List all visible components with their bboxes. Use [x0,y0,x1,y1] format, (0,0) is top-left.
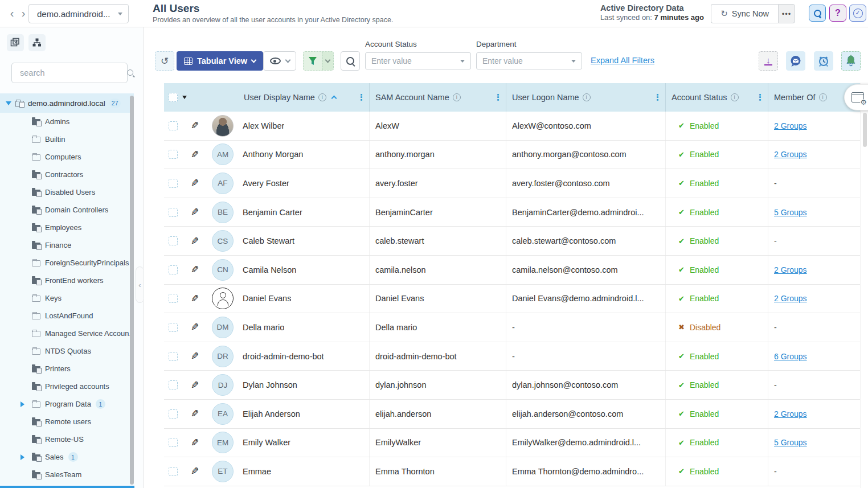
row-checkbox[interactable] [169,352,178,361]
table-scrollbar[interactable] [863,113,867,147]
expand-arrow-icon[interactable] [21,401,24,407]
sidebar-tree-item[interactable]: Sandbox 1 [0,483,134,485]
member-of-link[interactable]: 2 Groups [774,265,807,274]
row-checkbox[interactable] [169,323,178,332]
sidebar-horizontal-scrollbar[interactable] [0,486,134,488]
sidebar-tree-item[interactable]: LostAndFound [0,307,134,325]
edit-pencil-icon[interactable]: ✎ [189,437,200,449]
sidebar-tree-item[interactable]: Remote users [0,413,134,430]
header-user-logon-name[interactable]: User Logon Name i ⋮ [506,83,665,112]
edit-pencil-icon[interactable]: ✎ [189,177,200,189]
edit-pencil-icon[interactable]: ✎ [189,465,200,477]
row-checkbox[interactable] [169,121,178,130]
select-all-checkbox[interactable] [169,93,178,102]
sidebar-tree-item[interactable]: Contractors [0,166,134,183]
row-checkbox[interactable] [169,208,178,217]
edit-pencil-icon[interactable]: ✎ [189,206,200,218]
member-of-link[interactable]: 2 Groups [774,121,807,130]
sidebar-tree-item[interactable]: Computers [0,148,134,166]
org-tree-button[interactable] [28,34,46,51]
header-sam-account-name[interactable]: SAM Account Name i ⋮ [369,83,506,112]
member-of-link[interactable]: 5 Groups [774,208,807,217]
filter-select-account-status[interactable]: Enter value [365,52,471,69]
row-checkbox[interactable] [169,150,178,159]
table-row[interactable]: ✎ CS Caleb Stewart caleb.stewart caleb.s… [164,227,860,256]
quick-search-button[interactable] [341,51,360,71]
member-of-link[interactable]: 2 Groups [774,294,807,303]
sort-ascending-icon[interactable] [331,96,337,101]
sidebar-tree-item[interactable]: ForeignSecurityPrincipals [0,254,134,272]
edit-pencil-icon[interactable]: ✎ [189,149,200,161]
tree-root-domain[interactable]: demo.admindroid.local 27 [0,93,134,113]
alerts-button[interactable] [841,51,861,71]
sidebar-tree-item[interactable]: Admins [0,113,134,130]
row-checkbox[interactable] [169,467,178,476]
row-checkbox[interactable] [169,294,178,303]
table-row[interactable]: ✎ AF Avery Foster avery.foster avery.fos… [164,169,860,198]
sync-now-button[interactable]: ↻ Sync Now [711,4,778,23]
row-checkbox[interactable] [169,265,178,274]
column-menu-icon[interactable]: ⋮ [653,92,662,102]
view-mode-button[interactable]: Tabular View [177,51,263,71]
sidebar-tree-item[interactable]: Disabled Users [0,183,134,201]
header-user-display-name[interactable]: User Display Name i ⋮ [164,83,369,112]
table-row[interactable]: ✎ DR droid-admin-demo-bot droid-admin-de… [164,342,860,371]
sidebar-tree-item[interactable]: NTDS Quotas [0,342,134,360]
sidebar-tree-item[interactable]: Remote-US [0,430,134,448]
sidebar-tree-item[interactable]: Sales 1 [0,448,134,466]
sidebar-collapse-handle[interactable]: ‹ [136,266,144,303]
sidebar-tree-item[interactable]: Employees [0,219,134,236]
task-status-button[interactable]: ✓ [849,5,866,22]
export-download-button[interactable]: ↓ [759,51,778,71]
row-checkbox[interactable] [169,179,178,188]
sidebar-search-input[interactable] [20,68,126,77]
column-menu-icon[interactable]: ⋮ [756,92,764,102]
row-checkbox[interactable] [169,409,178,419]
domain-selector[interactable]: demo.admindroid... [28,4,129,23]
member-of-link[interactable]: 2 Groups [774,409,807,419]
sidebar-tree-item[interactable]: Program Data 1 [0,395,134,413]
table-row[interactable]: ✎ DM Della mario Della mario - ✖ Disable… [164,313,860,342]
edit-pencil-icon[interactable]: ✎ [189,379,200,391]
column-settings-button[interactable] [844,84,868,110]
selection-menu-icon[interactable] [182,96,187,99]
global-search-button[interactable] [809,5,826,22]
sidebar-tree-item[interactable]: Domain Controllers [0,201,134,219]
member-of-link[interactable]: 2 Groups [774,150,807,159]
header-account-status[interactable]: Account Status i ⋮ [665,83,768,112]
sidebar-tree-item[interactable]: Finance [0,236,134,254]
filter-button[interactable] [303,51,334,71]
table-row[interactable]: ✎ CN Camila Nelson camila.nelson camila.… [164,256,860,285]
column-visibility-button[interactable] [263,51,296,71]
table-row[interactable]: ✎ BE Benjamin Carter BenjaminCarter Benj… [164,198,860,227]
table-row[interactable]: ✎ Alex Wilber AlexW AlexW@contoso.com ✔ … [164,112,860,141]
member-of-link[interactable]: 5 Groups [774,438,807,447]
column-menu-icon[interactable]: ⋮ [494,92,502,102]
table-row[interactable]: ✎ EM Emily Walker EmilyWalker EmilyWalke… [164,429,860,458]
sidebar-tree-item[interactable]: Keys [0,289,134,307]
row-checkbox[interactable] [169,380,178,389]
table-row[interactable]: ✎ ET Emmae Emma Thornton Emma Thornton@d… [164,457,860,486]
sidebar-tree-item[interactable]: SalesTeam [0,466,134,483]
expand-arrow-icon[interactable] [21,454,24,460]
edit-pencil-icon[interactable]: ✎ [189,235,200,247]
row-checkbox[interactable] [169,438,178,447]
edit-pencil-icon[interactable]: ✎ [189,120,200,132]
sidebar-tree-item[interactable]: Managed Service Accoun... [0,325,134,342]
filter-select-department[interactable]: Enter value [476,52,582,69]
sidebar-tree-item[interactable]: Printers [0,360,134,378]
edit-pencil-icon[interactable]: ✎ [189,264,200,276]
expand-all-filters-link[interactable]: Expand All Filters [591,56,654,65]
refresh-report-button[interactable]: ↺ [155,51,174,71]
sidebar-tree-item[interactable]: Privileged accounts [0,378,134,395]
edit-pencil-icon[interactable]: ✎ [189,321,200,333]
help-button[interactable]: ? [829,5,846,22]
forward-icon[interactable]: › [18,7,28,20]
table-row[interactable]: ✎ Daniel Evans Daniel Evans Daniel Evans… [164,285,860,314]
table-row[interactable]: ✎ DJ Dylan Johnson dylan.johnson dylan.j… [164,371,860,400]
more-options-button[interactable]: ••• [778,4,795,23]
table-row[interactable]: ✎ EA Elijah Anderson elijah.anderson eli… [164,400,860,429]
sidebar-scrollbar[interactable] [130,96,134,485]
email-report-button[interactable] [786,51,805,71]
schedule-report-button[interactable] [814,51,833,71]
